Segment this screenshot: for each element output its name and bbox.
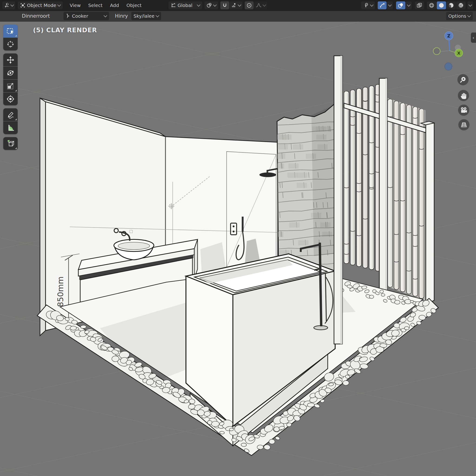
shading-wireframe-button[interactable] xyxy=(427,1,436,9)
collection-dropdown[interactable]: Cooker xyxy=(64,12,109,20)
pan-hand-icon xyxy=(460,92,467,99)
svg-text:Z: Z xyxy=(447,33,450,38)
overlays-toggle-icon xyxy=(398,2,404,8)
render-label: (5) CLAY RENDER xyxy=(33,27,97,34)
tool-measure[interactable] xyxy=(3,121,18,134)
mode-label: Object Mode xyxy=(27,2,56,8)
shading-wireframe-icon xyxy=(429,2,435,8)
menu-object[interactable]: Object xyxy=(123,2,145,8)
scene-dropdown[interactable]: Sky/lalee xyxy=(131,12,161,20)
tool-add-cube[interactable] xyxy=(3,137,18,150)
navigation-gizmo[interactable]: Z X xyxy=(432,28,474,75)
camera-view-button[interactable] xyxy=(458,105,469,116)
collection-label: Cooker xyxy=(72,13,88,19)
snap-target-icon xyxy=(231,2,237,8)
options-dropdown[interactable]: Options xyxy=(446,12,473,20)
shading-rendered-button[interactable] xyxy=(456,1,466,9)
scene-canvas[interactable]: 850mm xyxy=(0,21,476,476)
menubar: View Select Add Object xyxy=(66,2,145,8)
overlays-dropdown[interactable] xyxy=(406,1,412,9)
snap-magnet-icon xyxy=(222,2,228,8)
falloff-curve-icon xyxy=(256,2,262,8)
tool-cursor[interactable] xyxy=(3,38,18,51)
tool-transform[interactable] xyxy=(3,92,18,105)
transform-icon xyxy=(6,95,14,103)
pivot-dropdown[interactable] xyxy=(204,1,218,9)
shading-rendered-icon xyxy=(458,2,464,8)
grid-ortho-icon xyxy=(460,121,467,128)
toolbar xyxy=(3,25,18,150)
orientation-axes-icon xyxy=(171,3,176,8)
tool-annotate[interactable] xyxy=(3,108,18,121)
tool-move[interactable] xyxy=(3,53,18,66)
xray-toggle-button[interactable] xyxy=(415,1,424,9)
viewport-3d[interactable]: 850mm xyxy=(0,21,476,476)
dimension-text: 850mm xyxy=(56,276,65,307)
visibility-eye-icon xyxy=(363,2,369,8)
shading-solid-button[interactable] xyxy=(437,1,446,9)
scale-icon xyxy=(6,82,14,90)
measure-icon xyxy=(6,124,14,132)
shading-dropdown[interactable] xyxy=(467,1,473,9)
snap-target-dropdown[interactable] xyxy=(230,1,242,9)
tool-scale[interactable] xyxy=(3,80,18,92)
gizmo-axis-neg-x[interactable] xyxy=(433,48,440,55)
move-icon xyxy=(6,56,14,64)
editor-type-button[interactable] xyxy=(2,1,15,9)
scene-label: Sky/lalee xyxy=(134,13,154,19)
breadcrumb-left-label: Dinnerroort xyxy=(22,13,50,19)
gizmo-toggle-icon xyxy=(379,2,385,8)
viewport-header: Dinnerroort Cooker Hinry Sky/lalee Optio… xyxy=(0,11,476,22)
overlays-toggle-button[interactable] xyxy=(396,1,405,9)
mode-dropdown[interactable]: Object Mode xyxy=(18,1,63,9)
visibility-dropdown[interactable] xyxy=(361,1,375,9)
post-1[interactable] xyxy=(334,56,342,344)
pivot-point-icon xyxy=(206,2,212,8)
shading-material-button[interactable] xyxy=(446,1,456,9)
add-cube-icon xyxy=(6,139,15,148)
options-label: Options xyxy=(448,13,466,19)
breadcrumb-mid-label: Hinry xyxy=(115,13,128,19)
rotate-icon xyxy=(6,69,14,77)
shading-material-icon xyxy=(448,2,454,8)
menu-select[interactable]: Select xyxy=(84,2,106,8)
cursor-icon xyxy=(6,40,14,48)
zoom-icon xyxy=(459,76,466,83)
menu-add[interactable]: Add xyxy=(106,2,123,8)
rain-shower-head[interactable] xyxy=(259,172,276,177)
xray-toggle-icon xyxy=(416,2,423,8)
topbar: Object Mode View Select Add Object Globa… xyxy=(0,0,476,11)
pan-button[interactable] xyxy=(458,90,469,101)
gizmo-toggle-button[interactable] xyxy=(378,1,387,9)
camera-view-icon xyxy=(460,107,467,114)
annotate-icon xyxy=(6,111,14,119)
shading-solid-icon xyxy=(438,2,444,8)
ortho-toggle-button[interactable] xyxy=(458,119,470,130)
gizmo-axis-neg-z[interactable] xyxy=(445,63,452,70)
proportional-editing-button[interactable] xyxy=(245,1,254,9)
tool-select-box[interactable] xyxy=(3,25,18,37)
snap-toggle-button[interactable] xyxy=(220,1,229,9)
select-box-icon xyxy=(6,27,15,35)
gizmo-dropdown[interactable] xyxy=(387,1,393,9)
svg-text:X: X xyxy=(457,51,460,55)
tool-rotate[interactable] xyxy=(3,67,18,79)
orientation-dropdown[interactable]: Global xyxy=(169,1,202,9)
post-2[interactable] xyxy=(379,78,387,302)
proportional-circle-icon xyxy=(246,2,252,8)
zoom-button[interactable] xyxy=(458,74,469,85)
editor-type-icon xyxy=(4,2,10,8)
falloff-dropdown[interactable] xyxy=(254,1,267,9)
person-icon xyxy=(66,14,70,18)
menu-view[interactable]: View xyxy=(66,2,84,8)
object-mode-icon xyxy=(20,3,25,8)
orientation-label: Global xyxy=(178,2,192,8)
